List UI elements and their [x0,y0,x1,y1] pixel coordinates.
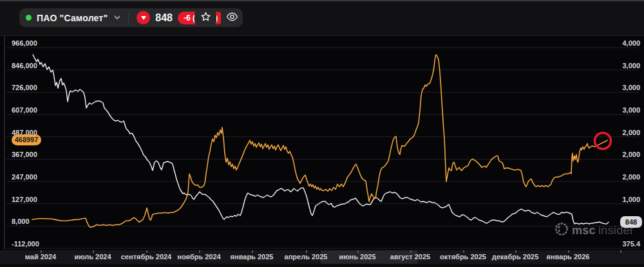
time-label[interactable]: май 2024 [25,253,56,261]
time-tick [620,250,621,253]
left-axis-value-pill: 468997 [12,134,41,145]
time-label[interactable]: октябрь 2025 [440,253,486,261]
time-label[interactable]: ноябрь 2024 [177,253,220,261]
time-label[interactable]: январь 2025 [231,253,274,261]
eye-icon [226,12,238,23]
favorite-button[interactable] [194,8,216,27]
chart-area[interactable]: 966,000846,000726,000607,000487,000367,0… [0,36,644,250]
price-down-icon [137,11,150,24]
time-label[interactable]: июль 2024 [74,253,111,261]
header: ПАО "Самолет" 848 -6 (-0.7%) [0,1,644,35]
chart-canvas [0,36,644,250]
y-axis-label-left: 726,000 [12,84,37,91]
y-axis-label-left: 607,000 [12,106,37,114]
time-label[interactable]: август 2025 [390,253,430,261]
series-line-indicator-orange [32,55,607,227]
y-axis-label-right: 1,000 [622,196,640,203]
watermark-text-bold: msc [572,224,596,237]
time-label[interactable]: июнь 2025 [339,253,375,261]
left-scrollbar[interactable] [4,36,5,250]
chevron-down-icon[interactable] [114,15,120,20]
y-axis-label-right: 2,000 [622,151,640,158]
divider [128,13,129,23]
current-price: 848 [155,12,173,24]
time-label[interactable]: декабрь 2025 [492,253,539,261]
y-axis-label-left: 247,000 [12,173,37,181]
y-axis-label-left: 127,000 [12,196,37,203]
time-label[interactable]: январь 2026 [547,253,590,261]
y-axis-label-right: 2,000 [622,173,640,181]
time-label[interactable]: апрель 2025 [285,253,328,261]
y-axis-label-right: 3,000 [622,62,640,69]
y-axis-label-right: 3,000 [622,106,640,114]
series-line-price-white [33,55,609,224]
time-axis[interactable]: май 2024июль 2024сентябрь 2024ноябрь 202… [0,250,644,264]
y-axis-label-right: 3,000 [622,84,640,91]
y-axis-label-left: 8,000 [12,217,30,225]
y-axis-label-right: 4,000 [622,39,640,47]
y-axis-label-right: 375.4 [622,240,640,248]
y-axis-label-left: 367,000 [12,151,37,158]
star-icon [200,12,211,24]
ticker-name: ПАО "Самолет" [37,13,108,23]
watchlist-button[interactable] [221,8,243,27]
y-axis-label-left: 966,000 [12,39,37,47]
market-open-dot-icon [26,15,32,21]
right-axis-value-pill: 848 [620,216,642,228]
trading-chart-app: ПАО "Самолет" 848 -6 (-0.7%) 966,000846,… [0,0,644,267]
y-axis-label-right: 2,000 [622,129,640,136]
watermark-logo-icon [554,221,569,239]
y-axis-label-left: 846,000 [12,62,37,69]
time-label[interactable]: сентябрь 2024 [121,253,172,261]
y-axis-label-left: -112,000 [12,240,39,248]
highlight-circle [595,133,611,149]
